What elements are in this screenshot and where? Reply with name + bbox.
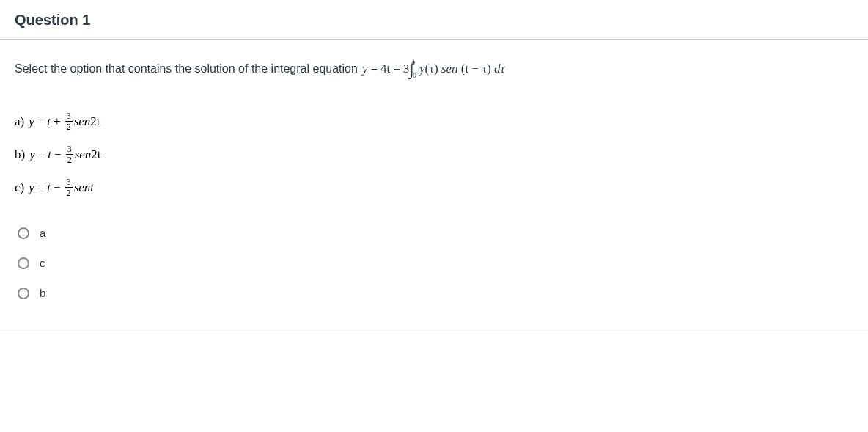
question-header: Question 1 — [0, 0, 868, 40]
integrand-arg2: (t − τ) — [461, 62, 491, 76]
integrand-arg1: (τ) — [424, 62, 438, 76]
question-prompt: Select the option that contains the solu… — [15, 60, 853, 78]
prompt-text: Select the option that contains the solu… — [15, 62, 358, 76]
int-upper: t — [413, 59, 416, 66]
radio-label-a: a — [40, 227, 45, 239]
opt-c-fnum: 3 — [65, 177, 73, 188]
radio-icon[interactable] — [18, 257, 29, 269]
option-b: b) y = t − 3 2 sen 2t — [15, 144, 853, 164]
opt-c-eq: = — [34, 180, 48, 195]
opt-a-op: + — [51, 114, 64, 129]
question-title: Question 1 — [15, 12, 853, 29]
radio-icon[interactable] — [18, 227, 29, 239]
opt-a-arg: 2t — [90, 114, 100, 129]
opt-a-fnum: 3 — [65, 111, 73, 122]
radio-label-c: c — [40, 257, 45, 269]
eq-lhs: y — [362, 62, 368, 76]
opt-b-arg: 2t — [91, 147, 100, 162]
opt-c-fn: sen — [74, 180, 91, 195]
integrand-y: y — [419, 62, 425, 76]
question-body: Select the option that contains the solu… — [0, 40, 868, 326]
prompt-equation: y = 4t = 3 ∫ t 0 y (τ) sen (t − τ) dτ — [362, 60, 505, 78]
opt-c-op: − — [51, 180, 64, 195]
opt-b-eq: = — [35, 147, 48, 162]
eq-equals: = — [367, 62, 380, 76]
opt-b-frac: 3 2 — [66, 144, 73, 164]
radio-label-b: b — [40, 287, 45, 299]
opt-c-arg: t — [90, 180, 94, 195]
bottom-divider — [0, 332, 868, 332]
opt-c-frac: 3 2 — [65, 177, 73, 197]
eq-equals2: = — [390, 62, 403, 76]
opt-a-y: y — [29, 114, 34, 129]
radio-group: a c b — [15, 227, 853, 299]
opt-a-eq: = — [34, 114, 48, 129]
option-b-label: b) — [15, 147, 25, 162]
integrand-fn: sen — [441, 62, 458, 76]
option-c-math: y = t − 3 2 sen t — [29, 177, 94, 197]
eq-mid: 4t — [380, 62, 390, 76]
opt-c-fden: 2 — [65, 188, 73, 197]
option-b-math: y = t − 3 2 sen 2t — [29, 144, 100, 164]
opt-c-y: y — [29, 180, 34, 195]
opt-b-y: y — [29, 147, 35, 162]
radio-option-a[interactable]: a — [18, 227, 853, 239]
option-c: c) y = t − 3 2 sen t — [15, 177, 853, 197]
radio-option-c[interactable]: c — [18, 257, 853, 269]
int-lower: 0 — [413, 72, 416, 79]
opt-a-fden: 2 — [65, 122, 73, 131]
opt-b-fden: 2 — [66, 155, 73, 164]
opt-b-fnum: 3 — [66, 144, 73, 155]
opt-b-op: − — [51, 147, 65, 162]
radio-option-b[interactable]: b — [18, 287, 853, 299]
option-a: a) y = t + 3 2 sen 2t — [15, 111, 853, 131]
radio-icon[interactable] — [18, 288, 29, 299]
opt-b-fn: sen — [75, 147, 92, 162]
opt-a-fn: sen — [74, 114, 91, 129]
option-a-math: y = t + 3 2 sen 2t — [29, 111, 100, 131]
option-a-label: a) — [15, 114, 24, 129]
options-list: a) y = t + 3 2 sen 2t b) y = t − — [15, 111, 853, 197]
option-c-label: c) — [15, 180, 24, 195]
integrand-dtau: dτ — [494, 62, 505, 76]
opt-a-frac: 3 2 — [65, 111, 73, 131]
integral-symbol: ∫ t 0 — [409, 60, 419, 78]
